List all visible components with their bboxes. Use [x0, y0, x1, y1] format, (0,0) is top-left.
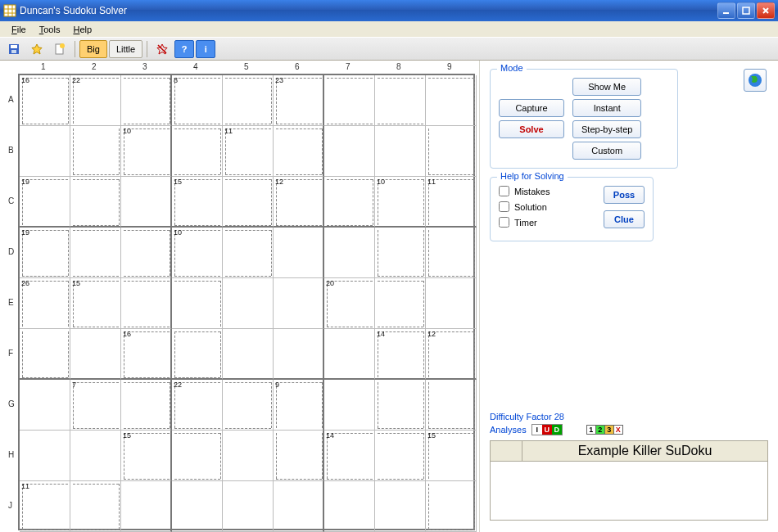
mistakes-checkbox[interactable] — [499, 186, 509, 196]
grid-cell[interactable] — [274, 481, 324, 532]
grid-cell[interactable] — [274, 380, 324, 431]
grid-cell[interactable] — [172, 126, 223, 177]
step-by-step-button[interactable]: Step-by-step — [572, 120, 641, 138]
grid-cell[interactable] — [70, 481, 121, 532]
analyses-set-1: IUD — [531, 424, 563, 435]
globe-button[interactable] — [744, 69, 767, 92]
grid-cell[interactable] — [121, 75, 172, 126]
analyses-step[interactable]: X — [613, 425, 623, 435]
grid-cell[interactable] — [121, 481, 172, 532]
cage-sum: 15 — [72, 279, 80, 287]
grid-cell[interactable] — [375, 431, 426, 481]
grid-cell[interactable] — [20, 431, 70, 481]
cage-sum: 11 — [224, 127, 233, 135]
grid-cell[interactable] — [426, 75, 477, 126]
grid-cell[interactable] — [375, 380, 426, 431]
grid-cell[interactable] — [426, 278, 477, 329]
timer-checkbox-row[interactable]: Timer — [499, 217, 592, 228]
clue-button[interactable]: Clue — [604, 210, 645, 228]
grid-cell[interactable] — [426, 481, 477, 532]
grid-cell[interactable] — [274, 126, 324, 177]
grid-cell[interactable] — [375, 481, 426, 532]
row-header: F — [8, 349, 13, 358]
clear-star-icon[interactable] — [152, 40, 173, 58]
grid-cell[interactable] — [426, 126, 477, 177]
grid-cell[interactable] — [172, 278, 223, 329]
grid-cell[interactable] — [274, 431, 324, 481]
cage-sum: 8 — [174, 76, 178, 84]
grid-cell[interactable] — [172, 481, 223, 532]
grid-cell[interactable] — [324, 75, 375, 126]
grid-cell[interactable] — [70, 329, 121, 380]
analyses-indicator: U — [542, 425, 552, 435]
solve-button[interactable]: Solve — [499, 120, 564, 138]
grid-cell[interactable] — [223, 75, 274, 126]
close-button[interactable] — [757, 2, 775, 19]
grid-cell[interactable] — [274, 278, 324, 329]
instant-button[interactable]: Instant — [572, 99, 641, 117]
grid-cell[interactable] — [20, 126, 70, 177]
row-header: D — [8, 247, 14, 256]
big-button[interactable]: Big — [79, 40, 107, 58]
grid-cell[interactable] — [121, 228, 172, 278]
grid-cell[interactable] — [324, 126, 375, 177]
grid-cell[interactable] — [324, 177, 375, 228]
svg-rect-0 — [4, 5, 16, 16]
grid-cell[interactable] — [70, 126, 121, 177]
grid-cell[interactable] — [223, 431, 274, 481]
info-icon[interactable]: i — [196, 40, 215, 58]
star-icon[interactable] — [26, 40, 47, 58]
grid-cell[interactable] — [172, 431, 223, 481]
grid-cell[interactable] — [172, 75, 223, 126]
sudoku-grid[interactable]: 1622823101119151210111910261520161412722… — [18, 74, 475, 530]
solution-checkbox-row[interactable]: Solution — [499, 201, 592, 212]
cage-sum: 15 — [427, 431, 436, 440]
grid-cell[interactable] — [375, 228, 426, 278]
menu-help[interactable]: Help — [68, 23, 97, 36]
cage-sum: 10 — [123, 127, 131, 135]
maximize-button[interactable] — [737, 2, 755, 19]
mode-group: Mode Capture Solve Show Me Instant Step-… — [490, 69, 678, 169]
grid-cell[interactable] — [426, 228, 477, 278]
grid-cell[interactable] — [274, 329, 324, 380]
solution-checkbox[interactable] — [499, 201, 509, 212]
grid-cell[interactable] — [223, 329, 274, 380]
grid-cell[interactable] — [20, 380, 70, 431]
little-button[interactable]: Little — [109, 40, 142, 58]
grid-cell[interactable] — [324, 481, 375, 532]
show-me-button[interactable]: Show Me — [572, 78, 641, 96]
grid-cell[interactable] — [121, 177, 172, 228]
new-page-icon[interactable] — [49, 40, 70, 58]
grid-cell[interactable] — [324, 329, 375, 380]
grid-cell[interactable] — [324, 228, 375, 278]
poss-button[interactable]: Poss — [604, 186, 645, 204]
grid-cell[interactable] — [70, 431, 121, 481]
grid-cell[interactable] — [223, 177, 274, 228]
grid-cell[interactable] — [324, 380, 375, 431]
save-icon[interactable] — [3, 40, 25, 58]
grid-cell[interactable] — [223, 380, 274, 431]
grid-cell[interactable] — [121, 380, 172, 431]
timer-checkbox[interactable] — [499, 217, 509, 228]
custom-button[interactable]: Custom — [572, 142, 641, 160]
grid-cell[interactable] — [121, 278, 172, 329]
mistakes-checkbox-row[interactable]: Mistakes — [499, 186, 592, 196]
minimize-button[interactable] — [717, 2, 735, 19]
grid-cell[interactable] — [223, 228, 274, 278]
grid-cell[interactable] — [375, 75, 426, 126]
grid-cell[interactable] — [375, 278, 426, 329]
capture-button[interactable]: Capture — [499, 99, 564, 117]
grid-cell[interactable] — [426, 380, 477, 431]
grid-cell[interactable] — [20, 329, 70, 380]
grid-cell[interactable] — [375, 126, 426, 177]
grid-cell[interactable] — [274, 228, 324, 278]
help-question-icon[interactable]: ? — [174, 40, 194, 58]
grid-cell[interactable] — [70, 380, 121, 431]
menu-tools[interactable]: Tools — [34, 23, 66, 36]
grid-cell[interactable] — [70, 177, 121, 228]
grid-cell[interactable] — [223, 481, 274, 532]
grid-cell[interactable] — [70, 228, 121, 278]
grid-cell[interactable] — [223, 278, 274, 329]
menu-file[interactable]: File — [7, 23, 31, 36]
grid-cell[interactable] — [172, 329, 223, 380]
